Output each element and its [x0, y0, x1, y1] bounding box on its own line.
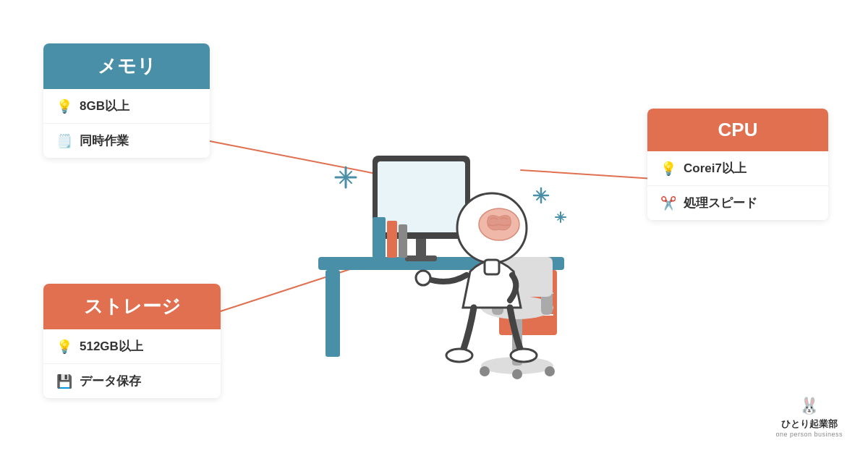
- cpu-icon-1: 💡: [660, 161, 676, 177]
- memory-text-2: 同時作業: [80, 132, 129, 149]
- cpu-icon-2: ✂️: [660, 195, 676, 211]
- svg-rect-15: [399, 224, 407, 258]
- svg-rect-30: [485, 260, 499, 274]
- storage-icon-2: 💾: [56, 373, 72, 389]
- logo: 🐰 ひとり起業部 one person business: [775, 397, 843, 438]
- storage-row-1: 💡 512GB以上: [43, 329, 221, 364]
- memory-row-1: 💡 8GB以上: [43, 89, 210, 124]
- memory-row-2: 🗒️ 同時作業: [43, 124, 210, 158]
- svg-point-27: [511, 349, 537, 362]
- memory-card-body: 💡 8GB以上 🗒️ 同時作業: [43, 89, 210, 158]
- svg-point-17: [480, 366, 490, 376]
- memory-icon-1: 💡: [56, 98, 72, 114]
- svg-rect-4: [326, 270, 340, 357]
- svg-point-18: [545, 366, 555, 376]
- cpu-row-2: ✂️ 処理スピード: [647, 186, 828, 220]
- cpu-text-2: 処理スピード: [684, 195, 757, 211]
- storage-card-title: ストレージ: [84, 295, 181, 317]
- cpu-card: CPU 💡 Corei7以上 ✂️ 処理スピード: [647, 109, 828, 220]
- svg-point-25: [416, 271, 430, 285]
- storage-text-1: 512GB以上: [80, 338, 143, 355]
- main-illustration: [260, 62, 608, 394]
- storage-text-2: データ保存: [80, 373, 141, 389]
- memory-card: メモリ 💡 8GB以上 🗒️ 同時作業: [43, 43, 210, 158]
- svg-point-26: [446, 349, 472, 362]
- cpu-card-title: CPU: [718, 119, 758, 140]
- storage-card-body: 💡 512GB以上 💾 データ保存: [43, 329, 221, 398]
- svg-rect-10: [405, 256, 437, 261]
- cpu-card-body: 💡 Corei7以上 ✂️ 処理スピード: [647, 151, 828, 220]
- memory-icon-2: 🗒️: [56, 133, 72, 149]
- logo-sub-text: one person business: [775, 431, 843, 438]
- logo-icon: 🐰: [775, 397, 843, 415]
- storage-card: ストレージ 💡 512GB以上 💾 データ保存: [43, 284, 221, 398]
- storage-row-2: 💾 データ保存: [43, 364, 221, 398]
- svg-point-19: [512, 369, 522, 379]
- memory-card-title: メモリ: [98, 55, 156, 77]
- svg-rect-13: [373, 217, 386, 258]
- logo-main-text: ひとり起業部: [775, 418, 843, 431]
- storage-icon-1: 💡: [56, 339, 72, 355]
- svg-rect-14: [387, 221, 397, 258]
- cpu-row-1: 💡 Corei7以上: [647, 151, 828, 186]
- memory-text-1: 8GB以上: [80, 98, 129, 114]
- cpu-text-1: Corei7以上: [684, 160, 746, 177]
